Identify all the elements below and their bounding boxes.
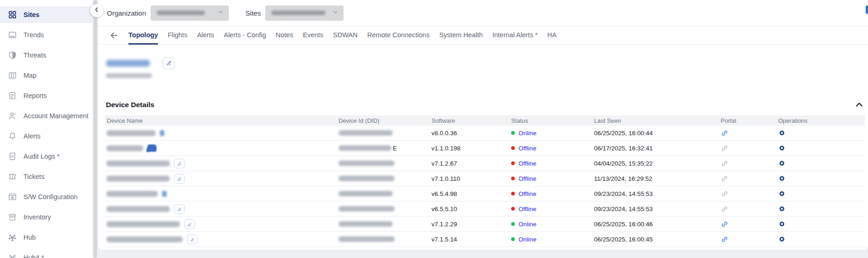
edit-device-name-button[interactable] — [174, 204, 185, 214]
status-text: Online — [518, 221, 536, 228]
portal-link-icon[interactable] — [721, 190, 728, 198]
chevron-down-icon — [217, 8, 224, 17]
last-seen: 09/23/2024, 14:55:53 — [592, 190, 719, 197]
table-row[interactable]: v8.0.0.36 Online 06/25/2025, 16:00:44 — [105, 126, 865, 141]
sites-value-redacted — [271, 11, 326, 15]
edit-device-name-button[interactable] — [174, 159, 185, 168]
top-bar: Organization Sites — [98, 0, 868, 26]
monitor-icon — [8, 30, 17, 40]
table-row[interactable]: v7.1.2.29 Online 06/25/2025, 16:00:46 — [105, 217, 865, 232]
status-text: Online — [518, 236, 536, 243]
table-row[interactable]: v7.1.2.67 Offline 04/04/2025, 15:35:22 — [105, 156, 865, 171]
device-name-cell — [105, 159, 337, 168]
status-dot — [511, 222, 515, 226]
software-version: v8.0.0.36 — [430, 130, 509, 137]
chevron-up-icon — [855, 103, 864, 111]
sidebar-item-account-management[interactable]: Account Management — [0, 108, 93, 124]
status-cell: Online — [509, 130, 592, 137]
sidebar-item-label: Audit Logs * — [23, 153, 59, 160]
collapse-sidebar-button[interactable] — [90, 4, 103, 17]
device-id-redacted — [338, 145, 391, 151]
scrollbar-thumb[interactable] — [93, 0, 97, 258]
collapse-section-button[interactable] — [855, 100, 864, 109]
operations-gear-icon[interactable] — [778, 190, 786, 197]
sidebar-item-s-w-configuration[interactable]: S/W Configuration — [0, 189, 93, 205]
table-row[interactable]: E v1.1.0.198 Offline 06/17/2025, 16:32:4… — [105, 141, 865, 156]
device-id-redacted — [338, 191, 393, 196]
portal-link-icon[interactable] — [721, 175, 728, 183]
tab-remote-connections[interactable]: Remote Connections — [367, 26, 430, 45]
redacted-badge-icon — [162, 191, 167, 197]
operations-gear-icon[interactable] — [778, 144, 786, 152]
grid-icon — [8, 10, 17, 19]
last-seen: 04/04/2025, 15:35:22 — [592, 160, 719, 167]
operations-gear-icon[interactable] — [778, 129, 786, 137]
operations-gear-icon[interactable] — [778, 220, 786, 228]
portal-link-icon[interactable] — [721, 144, 728, 152]
pencil-icon — [166, 59, 172, 68]
map-icon — [8, 71, 17, 80]
edit-device-name-button[interactable] — [184, 219, 195, 229]
portal-link-icon[interactable] — [721, 160, 728, 167]
table-header: Device NameDevice Id (DID)SoftwareStatus… — [105, 115, 865, 126]
sidebar-item-inventory[interactable]: Inventory — [0, 209, 93, 225]
software-version: v6.5.5.10 — [430, 206, 509, 212]
status-cell: Online — [509, 236, 592, 243]
site-header — [106, 57, 865, 69]
portal-link-icon[interactable] — [721, 205, 728, 213]
status-cell: Offline — [509, 160, 592, 167]
status-dot — [511, 192, 515, 195]
device-name-cell — [105, 204, 337, 214]
sidebar-item-label: Map — [23, 72, 36, 79]
portal-link-icon[interactable] — [721, 220, 728, 228]
sidebar: Sites Trends Threats Map Reports Account… — [0, 0, 93, 258]
status-cell: Offline — [509, 206, 592, 212]
sidebar-item-reports[interactable]: Reports — [0, 87, 93, 104]
operations-gear-icon[interactable] — [778, 175, 786, 182]
tab-internal-alerts[interactable]: Internal Alerts * — [492, 26, 537, 45]
portal-link-icon[interactable] — [721, 129, 728, 137]
device-table: v8.0.0.36 Online 06/25/2025, 16:00:44 E … — [105, 126, 865, 247]
sidebar-item-hub4[interactable]: Hub4 * — [0, 249, 93, 258]
sidebar-item-hub[interactable]: Hub — [0, 229, 93, 246]
sidebar-item-sites[interactable]: Sites — [0, 6, 93, 23]
tab-alerts[interactable]: Alerts — [197, 26, 214, 45]
sidebar-scrollbar[interactable] — [93, 0, 98, 258]
edit-device-name-button[interactable] — [174, 174, 185, 183]
table-row[interactable]: v6.5.5.10 Offline 09/23/2024, 14:55:53 — [105, 201, 865, 217]
sidebar-item-audit-logs[interactable]: Audit Logs * — [0, 148, 93, 165]
edit-site-name-button[interactable] — [163, 57, 175, 69]
tab-sdwan[interactable]: SDWAN — [333, 26, 357, 45]
table-row[interactable]: v7.1.0.110 Offline 11/13/2024, 16:29:52 — [105, 171, 865, 186]
site-name-redacted[interactable] — [106, 60, 150, 67]
operations-gear-icon[interactable] — [778, 205, 786, 212]
sidebar-item-trends[interactable]: Trends — [0, 27, 93, 43]
tab-notes[interactable]: Notes — [276, 26, 293, 45]
box-icon — [8, 212, 17, 222]
sidebar-item-map[interactable]: Map — [0, 67, 93, 84]
last-seen: 06/25/2025, 16:00:45 — [592, 236, 719, 243]
sites-select[interactable] — [265, 6, 344, 21]
table-row[interactable]: v7.1.5.14 Online 06/25/2025, 16:00:45 — [105, 232, 865, 247]
device-id-redacted — [338, 161, 395, 166]
sidebar-item-threats[interactable]: Threats — [0, 47, 93, 63]
organization-select[interactable] — [151, 6, 229, 21]
sidebar-item-label: Tickets — [23, 173, 44, 180]
sidebar-item-label: Inventory — [23, 213, 51, 221]
device-name-redacted — [106, 236, 183, 242]
operations-gear-icon[interactable] — [778, 160, 786, 167]
edit-device-name-button[interactable] — [187, 235, 198, 244]
tab-events[interactable]: Events — [303, 26, 323, 45]
tab-system-health[interactable]: System Health — [439, 26, 483, 45]
tab-topology[interactable]: Topology — [128, 26, 158, 45]
tab-flights[interactable]: Flights — [168, 26, 187, 45]
table-row[interactable]: v6.5.4.98 Offline 09/23/2024, 14:55:53 — [105, 186, 865, 201]
tab-alerts-config[interactable]: Alerts - Config — [224, 26, 266, 45]
portal-link-icon[interactable] — [721, 235, 728, 243]
sidebar-item-alerts[interactable]: Alerts — [0, 128, 93, 144]
main-panel: Organization Sites TopologyFlightsAlerts… — [98, 0, 868, 250]
back-button[interactable] — [110, 31, 119, 40]
tab-ha[interactable]: HA — [548, 26, 557, 45]
sidebar-item-tickets[interactable]: Tickets — [0, 168, 93, 185]
operations-gear-icon[interactable] — [778, 235, 786, 243]
